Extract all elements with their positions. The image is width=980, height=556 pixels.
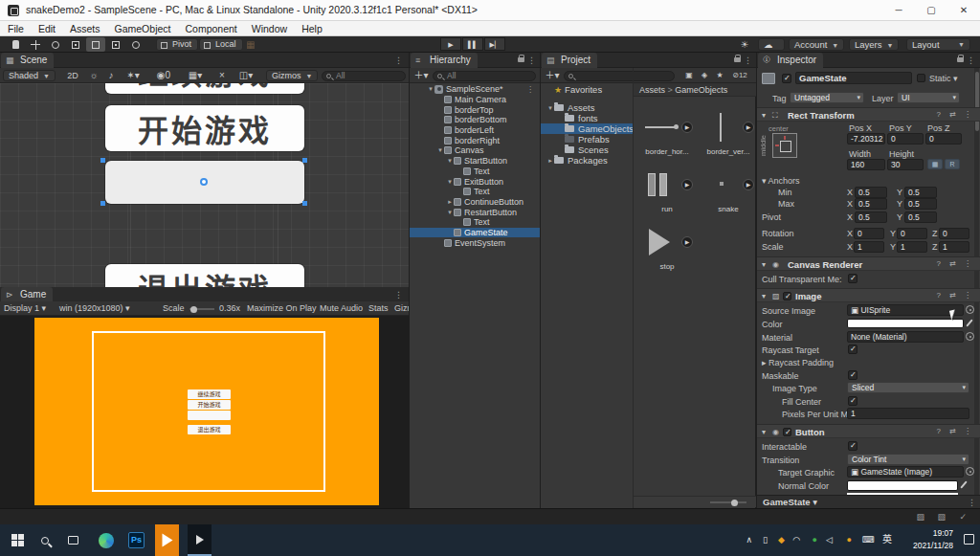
prefab-open-icon[interactable] bbox=[743, 179, 754, 190]
maskable-checkbox[interactable] bbox=[848, 370, 858, 380]
asset-tile-stop[interactable]: stop bbox=[639, 226, 695, 271]
transition-dropdown[interactable]: Color Tint bbox=[847, 454, 969, 465]
hierarchy-row-canvas[interactable]: ▾Canvas bbox=[410, 145, 540, 156]
hierarchy-row-borderleft[interactable]: borderLeft bbox=[410, 125, 540, 136]
hierarchy-row-bordertop[interactable]: borderTop bbox=[410, 104, 540, 115]
expand-arrow-icon[interactable]: ▾ bbox=[427, 85, 434, 93]
foldout-arrow-icon[interactable]: ▾ bbox=[762, 111, 766, 120]
fill-center-checkbox[interactable] bbox=[848, 396, 858, 406]
static-label[interactable]: Static ▾ bbox=[929, 74, 958, 83]
maximize-on-play-toggle[interactable]: Maximize On Play bbox=[247, 301, 317, 316]
hierarchy-row-borderbottom[interactable]: borderBottom bbox=[410, 115, 540, 125]
resolution-dropdown[interactable]: win (1920x1080) ▾ bbox=[59, 301, 130, 316]
pos-z-field[interactable]: 0 bbox=[925, 133, 962, 145]
game-button-1[interactable]: 开始游戏 bbox=[188, 400, 231, 410]
normal-color-swatch[interactable] bbox=[847, 480, 958, 491]
kebab-icon[interactable]: ⋮ bbox=[964, 259, 971, 268]
play-button[interactable]: ▶ bbox=[440, 37, 461, 51]
scale-y-field[interactable]: 1 bbox=[897, 241, 927, 253]
pivot-y-field[interactable]: 0.5 bbox=[904, 211, 937, 223]
image-type-dropdown[interactable]: Sliced bbox=[847, 382, 969, 393]
layout-dropdown[interactable]: Layout▼ bbox=[906, 38, 970, 51]
scene-audio-icon[interactable]: ♪ bbox=[103, 68, 119, 83]
hierarchy-row-restartbutton[interactable]: ▾RestartButton bbox=[410, 207, 540, 217]
user-tray-icon[interactable]: ● bbox=[847, 534, 852, 545]
scene-camera-dropdown[interactable]: ◫▾ bbox=[234, 68, 258, 83]
menu-item-file[interactable]: File bbox=[8, 23, 24, 34]
kebab-icon[interactable]: ⋮ bbox=[964, 427, 971, 435]
asset-zoom-slider[interactable] bbox=[710, 501, 746, 503]
raw-edit-button[interactable]: R bbox=[945, 159, 960, 169]
scene-button-continue[interactable]: 继续游戏 bbox=[105, 83, 304, 94]
keyboard-ime-icon[interactable]: ⌨ bbox=[862, 534, 875, 545]
task-view-button[interactable] bbox=[61, 528, 85, 552]
component-enabled-checkbox[interactable] bbox=[783, 428, 791, 436]
menu-item-window[interactable]: Window bbox=[252, 23, 287, 34]
hierarchy-row-eventsystem[interactable]: EventSystem bbox=[410, 237, 540, 248]
lock-icon[interactable] bbox=[518, 57, 524, 62]
gizmos-dropdown[interactable]: Gizmos▼ bbox=[266, 70, 318, 81]
hierarchy-row-text[interactable]: Text bbox=[410, 217, 540, 228]
expand-arrow-icon[interactable]: ▸ bbox=[446, 198, 454, 206]
kebab-icon[interactable]: ⋮ bbox=[394, 287, 403, 302]
hierarchy-row-samplescene-[interactable]: ▾SampleScene*⋮ bbox=[410, 84, 540, 95]
cloud-services-button[interactable]: ☁ bbox=[758, 38, 785, 51]
ime-language-indicator[interactable]: 英 bbox=[882, 534, 892, 545]
move-tool-icon[interactable] bbox=[26, 37, 45, 52]
eyedropper-icon[interactable] bbox=[966, 319, 972, 326]
prefab-open-icon[interactable] bbox=[743, 122, 754, 133]
hierarchy-row-main-camera[interactable]: Main Camera bbox=[410, 95, 540, 105]
expand-arrow-icon[interactable]: ▾ bbox=[436, 146, 444, 154]
volume-icon[interactable]: ◁ bbox=[826, 534, 833, 545]
rotation-x-field[interactable]: 0 bbox=[854, 228, 884, 239]
game-button-3[interactable]: 退出游戏 bbox=[188, 425, 231, 434]
selection-handle[interactable] bbox=[100, 201, 105, 206]
source-image-field[interactable]: ▣ UISprite bbox=[847, 304, 964, 316]
hierarchy-row-startbutton[interactable]: ▾StartButton bbox=[410, 156, 540, 167]
close-icon[interactable]: ✕ bbox=[947, 0, 980, 21]
kebab-icon[interactable]: ⋮ bbox=[967, 53, 975, 68]
pivot-handle[interactable] bbox=[200, 178, 208, 186]
canvas-renderer-header[interactable]: ▾ ◉ Canvas Renderer ? ⇄ ⋮ bbox=[757, 256, 980, 271]
object-picker-icon[interactable] bbox=[966, 305, 974, 314]
color-swatch[interactable] bbox=[847, 319, 964, 328]
expand-arrow-icon[interactable]: ▾ bbox=[446, 178, 454, 186]
prefab-open-icon[interactable] bbox=[681, 122, 693, 133]
help-icon[interactable]: ? bbox=[937, 427, 941, 435]
project-folder-packages[interactable]: ▸Packages bbox=[541, 155, 633, 166]
kebab-icon[interactable]: ⋮ bbox=[964, 291, 971, 300]
selection-handle[interactable] bbox=[302, 158, 307, 163]
kebab-icon[interactable]: ⋮ bbox=[744, 53, 752, 68]
asset-tile-border-ver-[interactable]: border_ver... bbox=[701, 111, 756, 156]
min-x-field[interactable]: 0.5 bbox=[855, 187, 887, 198]
mute-audio-toggle[interactable]: Mute Audio bbox=[320, 301, 363, 316]
rect-transform-header[interactable]: ▾ ⛶ Rect Transform ? ⇄ ⋮ bbox=[757, 107, 980, 122]
game-button-0[interactable]: 继续游戏 bbox=[188, 389, 231, 399]
scale-z-field[interactable]: 1 bbox=[939, 241, 969, 253]
active-checkbox[interactable] bbox=[782, 74, 791, 83]
project-folder-assets[interactable]: ▾Assets bbox=[541, 102, 633, 113]
unity-taskbar-icon-active[interactable] bbox=[155, 524, 179, 556]
material-field[interactable]: None (Material) bbox=[847, 331, 964, 343]
foldout-arrow-icon[interactable]: ▾ bbox=[762, 260, 766, 269]
menu-item-assets[interactable]: Assets bbox=[70, 23, 100, 34]
menu-item-component[interactable]: Component bbox=[185, 23, 236, 34]
usb-tray-icon[interactable]: ▯ bbox=[763, 534, 768, 545]
project-folder-favorites[interactable]: ★Favorites bbox=[541, 84, 633, 95]
scrollbar-thumb[interactable] bbox=[975, 72, 979, 131]
component-enabled-checkbox[interactable] bbox=[783, 292, 791, 300]
photoshop-taskbar-icon[interactable]: Ps bbox=[124, 528, 148, 552]
wifi-icon[interactable]: ◠ bbox=[792, 534, 800, 545]
project-folder-scenes[interactable]: Scenes bbox=[541, 145, 633, 155]
blueprint-mode-button[interactable]: ▦ bbox=[927, 159, 943, 169]
kebab-icon[interactable]: ⋮ bbox=[968, 496, 976, 509]
project-folder-gameobjects[interactable]: GameObjects bbox=[541, 123, 633, 134]
pivot-toggle[interactable]: Pivot bbox=[156, 38, 198, 51]
project-search-input[interactable] bbox=[564, 71, 675, 81]
breadcrumb-root[interactable]: Assets bbox=[639, 85, 665, 95]
kebab-icon[interactable]: ⋮ bbox=[964, 110, 971, 119]
scene-effects-dropdown[interactable]: ✶▾ bbox=[122, 68, 144, 83]
tab-inspector[interactable]: 🛈Inspector bbox=[758, 53, 823, 68]
account-dropdown[interactable]: Account▼ bbox=[789, 38, 844, 51]
presets-icon[interactable]: ⇄ bbox=[949, 110, 956, 119]
